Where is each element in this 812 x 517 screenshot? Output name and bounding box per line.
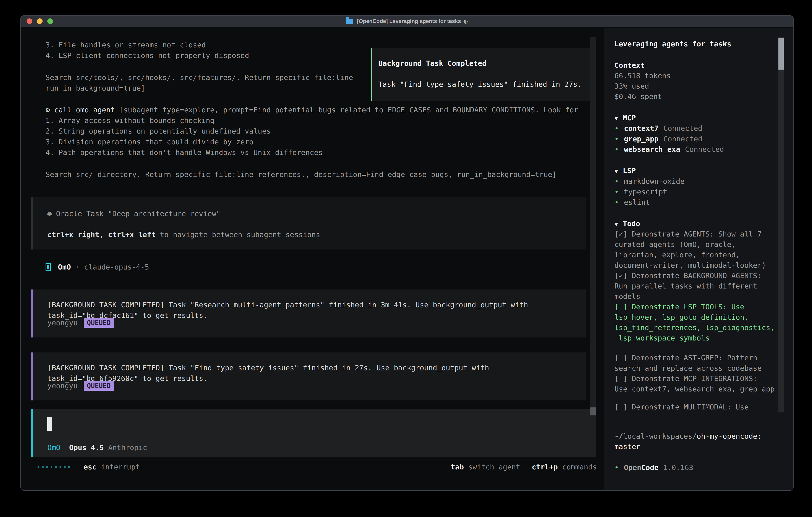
todo-list: [✓] Demonstrate AGENTS: Show all 7 curat… [614, 229, 784, 412]
status-bar-right: tab switch agent ctrl+p commands [451, 462, 597, 472]
activity-spinner-icon [37, 466, 73, 468]
esc-key-hint: esc [84, 463, 96, 471]
input-agent-name: OmO [47, 443, 60, 452]
agent-checkbox-icon [46, 263, 51, 271]
title-bar: [OpenCode] Leveraging agents for tasks◐ [21, 16, 793, 27]
terminal-line: run_in_background=true] [46, 83, 145, 93]
context-used: 33% used [614, 81, 649, 91]
workspace-path-dim: ~/local-workspaces/ [614, 432, 697, 440]
minimize-button[interactable] [37, 19, 42, 24]
input-provider-name: Anthropic [108, 443, 147, 452]
context-spent: $0.46 spent [614, 91, 662, 102]
message-meta: yeongyu QUEUED [47, 380, 114, 391]
agent-model: claude-opus-4-5 [84, 263, 149, 271]
todo-line-active: [ ] Demonstrate LSP TOOLS: Use [614, 302, 784, 312]
main-scrollbar[interactable] [590, 36, 596, 415]
status-dot-icon: • [614, 198, 619, 206]
mcp-status: Connected [663, 124, 702, 132]
todo-section-header[interactable]: ▼Todo [614, 218, 640, 229]
mcp-status: Connected [685, 145, 724, 153]
status-dot-icon: • [614, 124, 619, 132]
agent-separator: · [75, 263, 80, 271]
lsp-section-header[interactable]: ▼LSP [614, 165, 636, 176]
todo-line: document-writer, multimodal-looker) [614, 260, 784, 271]
todo-line: [ ] Demonstrate MCP INTEGRATIONS: [614, 374, 784, 384]
status-dot-icon: • [614, 463, 619, 472]
close-button[interactable] [27, 19, 32, 24]
tool-call-args: [subagent_type=explore, prompt=Find pote… [119, 106, 578, 114]
maximize-button[interactable] [47, 19, 53, 24]
lsp-item: •markdown-oxide [614, 176, 685, 187]
message-line: [BACKGROUND TASK COMPLETED] Task "Find t… [47, 362, 489, 373]
half-moon-icon: ◐ [463, 18, 468, 24]
background-task-toast[interactable]: Background Task Completed Task "Find typ… [371, 48, 593, 101]
todo-line: [✓] Demonstrate BACKGROUND AGENTS: [614, 271, 784, 281]
mcp-name: grep_app [624, 135, 659, 143]
oracle-task-title: ◉ Oracle Task "Deep architecture review" [47, 208, 221, 219]
terminal-line: 1. Array access without bounds checking [46, 115, 214, 126]
lsp-heading: LSP [623, 166, 636, 175]
folder-icon [346, 19, 353, 24]
message-meta: yeongyu QUEUED [47, 318, 114, 328]
todo-line: models [614, 291, 784, 302]
background-task-message: [BACKGROUND TASK COMPLETED] Task "Find t… [31, 352, 586, 401]
workspace-branch: master [614, 441, 640, 452]
workspace-path: ~/local-workspaces/oh-my-opencode: [614, 431, 762, 441]
terminal-line: Search src/tools/, src/hooks/, src/featu… [46, 72, 353, 83]
window-controls [27, 19, 53, 24]
collapse-triangle-icon: ▼ [614, 167, 618, 174]
tab-key-hint: tab [451, 463, 464, 471]
version-row: •OpenCode1.0.163 [614, 462, 693, 473]
ctrlp-key-label: commands [562, 463, 597, 471]
main-scrollbar-thumb[interactable] [590, 407, 596, 415]
lsp-name: typescript [624, 188, 667, 196]
hint-key-right: ctrl+x right, [47, 230, 108, 239]
tool-call-name: ⚙ call_omo_agent [46, 106, 119, 114]
terminal-line: 3. Division operations that could divide… [46, 137, 253, 147]
mcp-name: websearch_exa [624, 145, 680, 153]
todo-heading: Todo [623, 219, 640, 228]
todo-line: [✓] Demonstrate AGENTS: Show all 7 [614, 229, 784, 239]
brand-code: Code [641, 463, 659, 472]
window-title: [OpenCode] Leveraging agents for tasks◐ [346, 18, 468, 24]
sidebar-scrollbar-thumb[interactable] [778, 38, 784, 70]
collapse-triangle-icon: ▼ [614, 220, 618, 227]
todo-line: Use context7, websearch_exa, grep_app [614, 384, 784, 394]
terminal-line: 4. Path operations that don't handle Win… [46, 147, 323, 158]
oracle-task-hint: ctrl+x right, ctrl+x left to navigate be… [47, 229, 320, 240]
toast-title: Background Task Completed [378, 58, 487, 69]
todo-line: curated agents (OmO, oracle, [614, 239, 784, 250]
todo-line-active: lsp_find_references, lsp_diagnostics, [614, 323, 784, 333]
status-badge: QUEUED [84, 381, 114, 391]
session-title: Leveraging agents for tasks [614, 38, 731, 49]
tool-call-line: ⚙ call_omo_agent [subagent_type=explore,… [46, 105, 578, 115]
hint-key-left: ctrl+x left [108, 230, 160, 239]
terminal-line: 2. String operations on potentially unde… [46, 126, 271, 136]
opencode-window: [OpenCode] Leveraging agents for tasks◐ … [20, 15, 794, 491]
lsp-item: •typescript [614, 187, 667, 197]
context-tokens: 66,518 tokens [614, 71, 671, 81]
terminal-line: Search src/ directory. Return specific f… [46, 169, 557, 180]
mcp-section-header[interactable]: ▼MCP [614, 113, 636, 123]
lsp-name: eslint [624, 198, 650, 206]
message-line: [BACKGROUND TASK COMPLETED] Task "Resear… [47, 299, 528, 310]
message-user: yeongyu [47, 382, 78, 390]
sidebar-scrollbar[interactable] [778, 37, 784, 412]
terminal-line: 4. LSP client connections not properly d… [46, 50, 249, 61]
todo-line-active: lsp_hover, lsp_goto_definition, [614, 312, 784, 323]
tab-key-label: switch agent [468, 463, 520, 471]
esc-key-label: interrupt [101, 463, 140, 471]
context-heading: Context [614, 60, 645, 71]
terminal-line: 3. File handles or streams not closed [46, 39, 206, 50]
todo-line: [ ] Demonstrate AST-GREP: Pattern [614, 353, 784, 363]
status-bar-left: esc interrupt [37, 462, 140, 472]
status-dot-icon: • [614, 177, 619, 185]
agent-header: OmO · claude-opus-4-5 [46, 262, 149, 272]
status-badge: QUEUED [84, 318, 114, 328]
status-dot-icon: • [614, 188, 619, 196]
lsp-name: markdown-oxide [624, 177, 685, 185]
prompt-input[interactable]: OmO Opus 4.5 Anthropic [31, 409, 597, 457]
sidebar: Leveraging agents for tasks Context 66,5… [604, 28, 794, 491]
text-cursor [47, 417, 52, 431]
background-task-message: [BACKGROUND TASK COMPLETED] Task "Resear… [31, 290, 586, 337]
